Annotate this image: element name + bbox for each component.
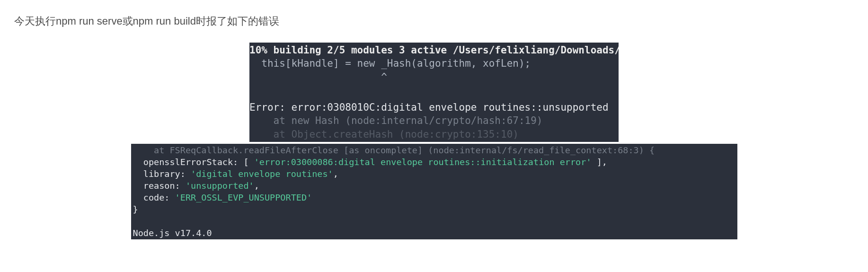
library-line: library: 'digital envelope routines', [133,168,737,180]
caret-line: ^ [249,70,619,84]
string-value: 'digital envelope routines' [191,169,333,179]
stack-trace-line: at new Hash (node:internal/crypto/hash:6… [249,114,619,127]
openssl-error-line: opensslErrorStack: [ 'error:03000086:dig… [133,157,737,168]
close-brace: } [133,204,737,216]
error-heading: Error: error:0308010C:digital envelope r… [249,101,619,114]
label-text: opensslErrorStack: [ [133,157,254,167]
punctuation: , [333,169,338,179]
string-value: 'ERR_OSSL_EVP_UNSUPPORTED' [175,193,312,202]
string-value: 'unsupported' [186,181,254,191]
stack-trace-line: at Object.createHash (node:crypto:135:10… [249,128,619,141]
stack-trace-line: at FSReqCallback.readFileAfterClose [as … [133,145,737,157]
terminal-output-2: at FSReqCallback.readFileAfterClose [as … [131,144,737,239]
label-text: reason: [133,181,186,191]
node-version: Node.js v17.4.0 [133,228,737,239]
terminal-output-1: 10% building 2/5 modules 3 active /Users… [249,43,619,142]
label-text: library: [133,169,191,179]
reason-line: reason: 'unsupported', [133,180,737,192]
blank-line [133,216,737,228]
code-line: code: 'ERR_OSSL_EVP_UNSUPPORTED' [133,192,737,204]
blank-line [249,84,619,101]
label-text: code: [133,193,175,202]
code-line: this[kHandle] = new _Hash(algorithm, xof… [249,57,619,70]
punctuation: ], [592,157,607,167]
intro-paragraph: 今天执行npm run serve或npm run build时报了如下的错误 [0,0,868,33]
string-value: 'error:03000086:digital envelope routine… [254,157,592,167]
punctuation: , [254,181,259,191]
build-progress-line: 10% building 2/5 modules 3 active /Users… [249,44,619,57]
terminal-wrapper: 10% building 2/5 modules 3 active /Users… [0,43,868,239]
